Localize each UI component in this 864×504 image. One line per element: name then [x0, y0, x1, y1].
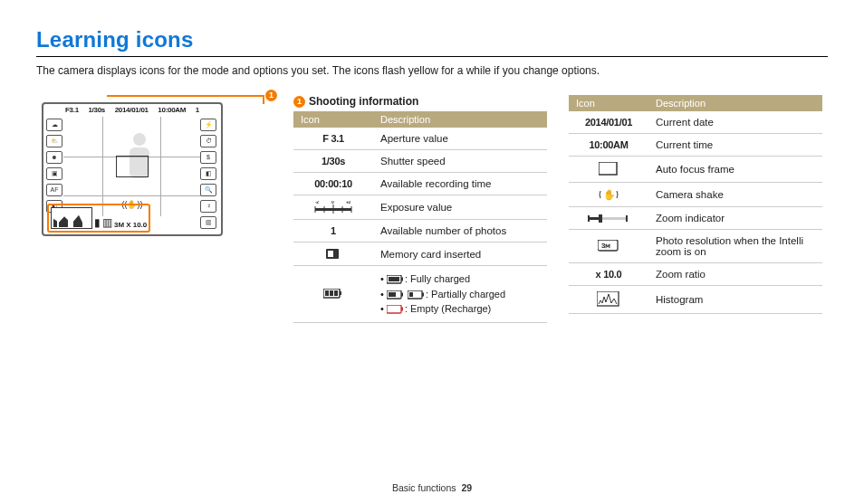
table-row: F 3.1Aperture value — [293, 128, 547, 150]
icon-text: 10:00AM — [569, 134, 648, 157]
osd-time: 10:00AM — [158, 106, 186, 117]
osd-icon: ☻ — [46, 151, 62, 164]
osd-card-icon: ▮ — [94, 216, 101, 229]
th-desc: Description — [373, 111, 547, 128]
osd-icon: ⚡ — [200, 119, 216, 131]
description-cell: : Fully charged : Partially charged: Emp… — [373, 266, 547, 323]
description-cell: Histogram — [648, 286, 822, 314]
description-cell: Zoom indicator — [648, 207, 822, 230]
description-cell: Available number of photos — [373, 220, 547, 242]
table-row: Memory card inserted — [293, 242, 547, 266]
osd-resolution: 3M — [114, 221, 124, 229]
table-row: Auto focus frame — [569, 157, 822, 183]
page-title: Learning icons — [36, 27, 828, 52]
af-icon — [569, 157, 648, 183]
osd-shutter: 1/30s — [88, 106, 105, 117]
table-row: Exposure value — [293, 195, 547, 220]
section-heading: 1Shooting information — [293, 95, 547, 108]
hist-icon — [569, 286, 648, 314]
table-row: : Fully charged : Partially charged: Emp… — [293, 266, 547, 323]
battery-icon — [293, 266, 373, 323]
description-cell: Zoom ratio — [648, 263, 822, 286]
osd-icon: $ — [200, 151, 216, 164]
osd-battery-icon: ▥ — [102, 216, 112, 229]
table-row: 1Available number of photos — [293, 220, 547, 242]
callout-badge: 1 — [265, 90, 277, 101]
description-cell: Shutter speed — [373, 150, 547, 173]
title-rule — [36, 56, 828, 57]
description-cell: Camera shake — [648, 183, 822, 207]
th-icon: Icon — [569, 95, 648, 111]
icon-text: F 3.1 — [293, 128, 373, 150]
icon-text: 1/30s — [293, 150, 373, 173]
osd-count: 1 — [196, 106, 199, 117]
th-icon: Icon — [293, 111, 373, 128]
icon-text: 2014/01/01 — [569, 111, 648, 134]
description-cell: Current time — [648, 134, 822, 157]
table-row: 10:00AMCurrent time — [569, 134, 822, 157]
osd-icon: 🔍 — [200, 184, 216, 196]
description-cell: Available recording time — [373, 173, 547, 195]
exposure-icon — [293, 195, 373, 220]
osd-zoom-ratio: X 10.0 — [126, 221, 147, 229]
osd-aperture: F3.1 — [65, 106, 79, 117]
shake-icon — [569, 183, 648, 207]
description-cell: Aperture value — [373, 128, 547, 150]
icon-text: x 10.0 — [569, 263, 648, 286]
camera-screen-figure: 1 F3.1 1/30s 2014/01/01 10:00AM 1 ((✋)) … — [36, 95, 272, 236]
description-cell: Exposure value — [373, 195, 547, 220]
icon-table-2: IconDescription 2014/01/01Current date10… — [569, 95, 822, 314]
description-cell: Memory card inserted — [373, 242, 547, 266]
table-row: 1/30sShutter speed — [293, 150, 547, 173]
osd-icon: ▣ — [46, 167, 62, 180]
af-frame-icon — [116, 156, 149, 177]
card-icon — [293, 242, 373, 266]
osd-icon: ⛅ — [46, 135, 62, 147]
description-cell: Auto focus frame — [648, 157, 822, 183]
table-row: 00:00:10Available recording time — [293, 173, 547, 195]
table-row: Zoom indicator — [569, 207, 822, 230]
table-row: 2014/01/01Current date — [569, 111, 822, 134]
intro-text: The camera displays icons for the mode a… — [36, 64, 828, 77]
description-cell: Photo resolution when the Intelli zoom i… — [648, 230, 822, 263]
table-row: Camera shake — [569, 183, 822, 207]
osd-icon: AF — [46, 184, 62, 196]
histogram-icon — [51, 207, 92, 229]
th-desc: Description — [648, 95, 822, 111]
icon-text: 00:00:10 — [293, 173, 373, 195]
table-row: Photo resolution when the Intelli zoom i… — [569, 230, 822, 263]
table2-wrap: IconDescription 2014/01/01Current date10… — [569, 95, 822, 314]
osd-icon: ⏱ — [200, 135, 216, 147]
osd-icon: ◧ — [200, 167, 216, 180]
table-row: Histogram — [569, 286, 822, 314]
icon-text: 1 — [293, 220, 373, 242]
icon-table-1: IconDescription F 3.1Aperture value1/30s… — [293, 111, 547, 323]
osd-date: 2014/01/01 — [115, 106, 149, 117]
page-footer: Basic functions 29 — [0, 482, 864, 493]
description-cell: Current date — [648, 111, 822, 134]
table-row: x 10.0Zoom ratio — [569, 263, 822, 286]
table1-wrap: 1Shooting information IconDescription F … — [293, 95, 547, 323]
zoom-icon — [569, 207, 648, 230]
osd-icon: ☁ — [46, 119, 62, 131]
res-icon — [569, 230, 648, 263]
